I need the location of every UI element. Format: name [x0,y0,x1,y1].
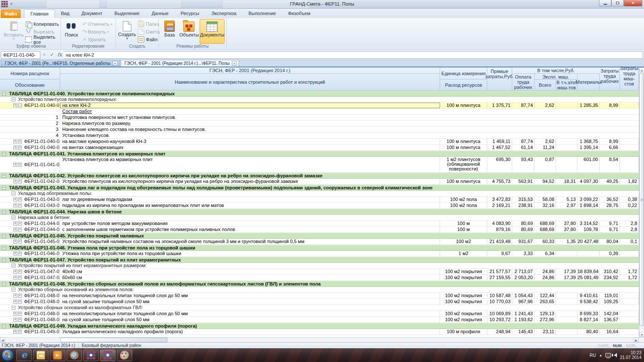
row-name-cell[interactable]: лаг по деревянным подкладкам [60,197,440,202]
row-value-cell[interactable] [620,317,639,322]
row-value-cell[interactable]: 109,78 [577,227,600,232]
table-row[interactable]: ++ФЕР11-01-040-03на винтах самонарезающи… [0,145,639,151]
row-value-cell[interactable]: 8,54 [600,157,620,172]
expand-icon[interactable]: + [13,240,17,243]
minimize-button[interactable] [599,0,611,6]
row-value-cell[interactable]: 2 713,07 [512,269,535,274]
row-unit-cell[interactable]: 100 м2 [440,239,487,244]
section-row[interactable]: −ТАБЛИЦА ФЕР11-01-046. Утюжка пола при у… [0,245,639,251]
expand-icon[interactable]: + [18,179,22,183]
taskbar-file-manager[interactable] [33,350,49,361]
row-unit-cell[interactable]: 100 м2 пола [440,197,487,202]
row-value-cell[interactable]: 688,69 [535,221,556,226]
work-step-text-cell[interactable]: Нанесение клеящего состава на поверхност… [60,127,639,132]
row-unit-cell[interactable]: 100 м плинтуса [440,145,487,150]
row-value-cell[interactable]: 1 054,43 [512,293,535,298]
group-row[interactable]: −Укладка под обогреваемые полы: [0,191,639,197]
row-value-cell[interactable]: 234,92 [600,275,620,280]
row-unit-cell[interactable]: 100 м плинтуса [440,139,487,144]
expand-icon[interactable]: − [18,103,22,107]
tray-expand-icon[interactable]: ▲ [599,353,602,357]
expand-icon[interactable]: + [13,146,17,149]
taskbar-media-player[interactable]: ▶ [50,350,65,361]
row-code-cell[interactable]: ++ФЕР11-01-041-01 [0,157,60,172]
row-unit-cell[interactable]: 100 м2 пола [440,203,487,208]
confirm-icon[interactable]: ✓ [48,51,56,59]
row-unit-cell[interactable]: 100 м2 покрытия [440,293,487,298]
row-value-cell[interactable]: 122,44 [535,293,556,298]
row-value-cell[interactable]: 8 827,14 [577,317,600,322]
expand-icon[interactable]: + [13,228,17,231]
expand-icon[interactable]: + [13,312,17,316]
row-code-cell[interactable]: ++ФЕР11-01-049-01 [0,329,60,335]
expand-icon[interactable]: − [12,192,15,195]
document-tab[interactable]: ГЭСН, ФЕР - 2001 (Ре...\ФЕР15. Отделочны… [1,60,120,67]
row-value-cell[interactable]: 1 467,52 [487,145,512,150]
row-unit-cell[interactable]: 100 м профиля [440,329,487,335]
table-row[interactable]: +−ФЕР11-01-040-01на клее КН-2100 м плинт… [0,103,639,109]
row-name-cell[interactable]: на сухой засыпке толщиной слоя 50 мм [60,317,440,322]
row-value-cell[interactable]: 1,82 [620,179,639,184]
row-value-cell[interactable]: 563,91 [512,179,535,184]
expand-icon[interactable]: + [13,198,17,201]
expand-icon[interactable]: + [13,140,17,143]
section-row[interactable]: −ТАБЛИЦА ФЕР11-01-047. Устройство покрыт… [0,257,639,263]
row-value-cell[interactable]: 58,08 [535,197,556,202]
row-value-cell[interactable]: 87,74 [512,139,535,144]
group-row[interactable]: −Устройство сборных оснований из малофор… [0,305,639,311]
row-value-cell[interactable]: 119,01 [600,293,620,298]
work-step-text-cell[interactable]: Установка плинтусов. [60,133,639,138]
row-unit-cell[interactable]: 100 м плинтуса [440,179,487,184]
row-code-cell[interactable]: ++ФЕР11-01-048-04 [0,317,60,322]
row-value-cell[interactable]: 60,33 [535,239,556,244]
row-value-cell[interactable]: 9,67 [487,251,512,256]
expand-icon[interactable]: + [18,204,22,207]
row-value-cell[interactable]: 238,91 [512,203,535,208]
row-value-cell[interactable]: 80,04 [600,239,620,244]
expand-icon[interactable]: − [2,174,6,178]
row-value-cell[interactable]: 136,57 [600,317,620,322]
expand-icon[interactable]: − [2,92,6,96]
table-row[interactable]: ++ФЕР11-01-048-03на пенополистирольных п… [0,311,639,317]
expand-icon[interactable]: + [13,252,17,256]
row-value-cell[interactable]: 2 169,21 [487,203,512,208]
row-value-cell[interactable]: 37,80 [556,227,577,232]
table-row[interactable]: ++ФЕР11-01-044-02с заполнением швов герм… [0,227,639,233]
row-value-cell[interactable]: 1 898,14 [577,203,600,208]
copy-button[interactable]: Копировать [24,20,60,28]
row-value-cell[interactable]: 272,96 [535,317,556,322]
row-value-cell[interactable]: 879,16 [487,227,512,232]
row-value-cell[interactable]: 2,62 [535,139,556,144]
horizontal-scroll-thumb[interactable] [60,338,167,342]
section-row[interactable]: −ТАБЛИЦА ФЕР11-01-045. Устройство покрыт… [0,233,639,239]
table-row[interactable]: ++ФЕР11-01-044-01при устройстве полов ме… [0,221,639,227]
ribbon-tab-Физобъем[interactable]: Физобъем [282,9,316,18]
row-unit-cell[interactable]: 100 м2 покрытия [440,275,487,280]
row-value-cell[interactable]: 24,86 [535,269,556,274]
work-step-row[interactable]: 3Нанесение клеящего состава на поверхнос… [0,127,639,133]
row-value-cell[interactable]: 2 053,20 [512,275,535,280]
row-value-cell[interactable]: 18 839,64 [577,269,600,274]
row-unit-cell[interactable]: 100 м2 покрытия [440,317,487,322]
expand-icon[interactable]: + [13,222,17,225]
row-value-cell[interactable] [620,103,639,108]
expand-icon[interactable]: + [18,300,22,304]
scroll-down-icon[interactable]: ▼ [639,332,644,337]
row-value-cell[interactable]: 2,8 [620,227,639,232]
row-value-cell[interactable]: 1 241,43 [512,311,535,316]
row-value-cell[interactable] [556,139,577,144]
row-value-cell[interactable]: 3,33 [512,251,535,256]
row-value-cell[interactable] [620,157,639,172]
row-code-cell[interactable]: +−ФЕР11-01-040-01 [0,103,60,108]
row-value-cell[interactable]: 1,35 [556,239,577,244]
expand-icon[interactable]: − [12,288,15,292]
row-name-cell[interactable]: Устройство покрытий наливных составом на… [60,239,440,244]
row-name-cell[interactable]: на пенополистирольных плитах толщиной сл… [60,311,440,316]
row-value-cell[interactable]: 967,96 [512,299,535,304]
expand-icon[interactable]: + [18,318,22,322]
row-code-cell[interactable]: ++ФЕР11-01-048-02 [0,299,60,304]
row-value-cell[interactable]: 8 699,33 [577,311,600,316]
expand-icon[interactable]: + [13,330,17,334]
row-value-cell[interactable]: 17,39 [556,275,577,280]
column-header-codes[interactable]: Номера расценок Обоснование [0,67,60,90]
